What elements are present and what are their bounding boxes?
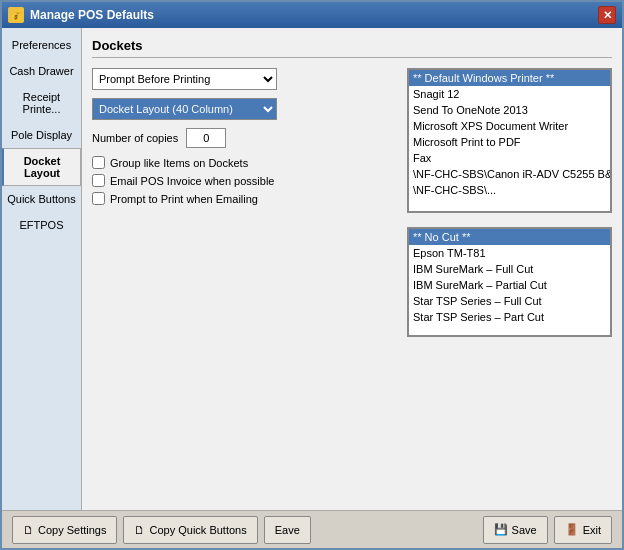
close-button[interactable]: ✕ <box>598 6 616 24</box>
sidebar-item-pole-display[interactable]: Pole Display <box>2 122 81 148</box>
copies-row: Number of copies <box>92 128 397 148</box>
eave-button[interactable]: Eave <box>264 516 311 544</box>
copy-quick-buttons-icon: 🗋 <box>134 524 145 536</box>
printer-list[interactable]: ** Default Windows Printer ** Snagit 12 … <box>408 69 611 212</box>
section-title: Dockets <box>92 38 612 58</box>
email-invoice-checkbox[interactable] <box>92 174 105 187</box>
list-item[interactable]: IBM SureMark – Partial Cut <box>409 277 610 293</box>
list-item[interactable]: \NF-CHC-SBS\Canon iR-ADV C5255 B&W <box>409 166 610 182</box>
prompt-print-row: Prompt to Print when Emailing <box>92 192 397 205</box>
window-title: Manage POS Defaults <box>30 8 154 22</box>
cut-list[interactable]: ** No Cut ** Epson TM-T81 IBM SureMark –… <box>408 228 611 336</box>
list-item[interactable]: Snagit 12 <box>409 86 610 102</box>
save-icon: 💾 <box>494 523 508 536</box>
sidebar-item-eftpos[interactable]: EFTPOS <box>2 212 81 238</box>
list-item[interactable]: Fax <box>409 150 610 166</box>
app-icon: 💰 <box>8 7 24 23</box>
copies-label: Number of copies <box>92 132 178 144</box>
sidebar-item-docket-layout[interactable]: Docket Layout <box>2 148 81 186</box>
list-item[interactable]: ** No Cut ** <box>409 229 610 245</box>
sidebar-item-quick-buttons[interactable]: Quick Buttons <box>2 186 81 212</box>
list-item[interactable]: Epson TM-T81 <box>409 245 610 261</box>
printer-list-wrapper: ** Default Windows Printer ** Snagit 12 … <box>407 68 612 213</box>
copy-quick-buttons-label: Copy Quick Buttons <box>149 524 246 536</box>
email-invoice-label: Email POS Invoice when possible <box>110 175 274 187</box>
copy-settings-button[interactable]: 🗋 Copy Settings <box>12 516 117 544</box>
list-item[interactable]: Microsoft XPS Document Writer <box>409 118 610 134</box>
list-item[interactable]: Star TSP Series – Part Cut <box>409 309 610 325</box>
list-item[interactable]: \NF-CHC-SBS\... <box>409 182 610 198</box>
footer: 🗋 Copy Settings 🗋 Copy Quick Buttons Eav… <box>2 510 622 548</box>
exit-icon: 🚪 <box>565 523 579 536</box>
exit-label: Exit <box>583 524 601 536</box>
sidebar: Preferences Cash Drawer Receipt Printe..… <box>2 28 82 510</box>
sidebar-item-preferences[interactable]: Preferences <box>2 32 81 58</box>
exit-button[interactable]: 🚪 Exit <box>554 516 612 544</box>
copy-settings-label: Copy Settings <box>38 524 106 536</box>
titlebar: 💰 Manage POS Defaults ✕ <box>2 2 622 28</box>
copy-settings-icon: 🗋 <box>23 524 34 536</box>
cut-list-section: ** No Cut ** Epson TM-T81 IBM SureMark –… <box>92 227 612 337</box>
list-item[interactable]: ** Default Windows Printer ** <box>409 70 610 86</box>
prompt-dropdown[interactable]: Prompt Before Printing Always Print Neve… <box>92 68 277 90</box>
save-label: Save <box>512 524 537 536</box>
copy-quick-buttons-button[interactable]: 🗋 Copy Quick Buttons <box>123 516 257 544</box>
sidebar-item-cash-drawer[interactable]: Cash Drawer <box>2 58 81 84</box>
dropdown1-row: Prompt Before Printing Always Print Neve… <box>92 68 397 90</box>
eave-label: Eave <box>275 524 300 536</box>
group-items-label: Group like Items on Dockets <box>110 157 248 169</box>
prompt-print-checkbox[interactable] <box>92 192 105 205</box>
save-button[interactable]: 💾 Save <box>483 516 548 544</box>
layout-dropdown[interactable]: Docket Layout (40 Column) Docket Layout … <box>92 98 277 120</box>
printer-list-panel: ** Default Windows Printer ** Snagit 12 … <box>407 68 612 213</box>
list-item[interactable]: Send To OneNote 2013 <box>409 102 610 118</box>
main-body: Preferences Cash Drawer Receipt Printe..… <box>2 28 622 510</box>
dropdown2-row: Docket Layout (40 Column) Docket Layout … <box>92 98 397 120</box>
group-items-checkbox[interactable] <box>92 156 105 169</box>
copies-input[interactable] <box>186 128 226 148</box>
titlebar-left: 💰 Manage POS Defaults <box>8 7 154 23</box>
main-window: 💰 Manage POS Defaults ✕ Preferences Cash… <box>0 0 624 550</box>
list-item[interactable]: Star TSP Series – Full Cut <box>409 293 610 309</box>
list-item[interactable]: IBM SureMark – Full Cut <box>409 261 610 277</box>
prompt-print-label: Prompt to Print when Emailing <box>110 193 258 205</box>
checkbox-group-row: Group like Items on Dockets <box>92 156 397 169</box>
sidebar-item-receipt-printer[interactable]: Receipt Printe... <box>2 84 81 122</box>
cut-list-wrapper: ** No Cut ** Epson TM-T81 IBM SureMark –… <box>407 227 612 337</box>
list-item[interactable]: Microsoft Print to PDF <box>409 134 610 150</box>
left-panel: Prompt Before Printing Always Print Neve… <box>92 68 397 213</box>
email-row: Email POS Invoice when possible <box>92 174 397 187</box>
content-area: Dockets Prompt Before Printing Always Pr… <box>82 28 622 510</box>
